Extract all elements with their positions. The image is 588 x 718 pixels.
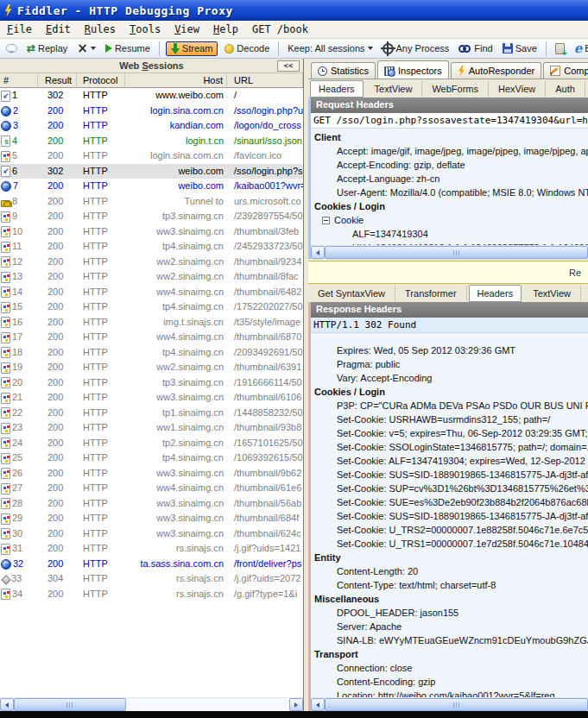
header-line[interactable]: Set-Cookie: SUE=es%3De2eb90f23b884b2f206… (311, 495, 588, 509)
table-row[interactable]: 7 200 HTTP weibo.com /kaibao001?wvr= (0, 179, 303, 194)
menu-item[interactable]: View (168, 22, 206, 37)
table-row[interactable]: 31 200 HTTP rs.sinajs.cn /j.gif?uids=142… (0, 541, 303, 557)
scroll-left-button[interactable] (311, 698, 325, 711)
encoding-notice-bar[interactable]: Re (308, 261, 588, 284)
save-button[interactable]: Save (500, 41, 540, 55)
header-line[interactable]: P3P: CP="CURa ADMa DEVa PSAo PSDo OUR BU… (311, 399, 588, 413)
resume-button[interactable]: Resume (103, 41, 153, 55)
remove-button[interactable]: × (74, 41, 98, 57)
scrollbar-thumb[interactable] (14, 698, 126, 711)
find-button[interactable]: Find (456, 41, 495, 55)
sessions-horizontal-scrollbar[interactable] (0, 697, 303, 711)
table-row[interactable]: 33 304 HTTP rs.sinajs.cn /j.gif?uids=207… (0, 571, 303, 587)
scroll-right-button[interactable] (289, 698, 303, 711)
header-line[interactable]: Set-Cookie: U_TRS2=00000007.1e88258f.504… (311, 523, 588, 537)
table-row[interactable]: 1 302 HTTP www.weibo.com / (0, 88, 303, 104)
response-horizontal-scrollbar[interactable] (311, 697, 588, 711)
table-row[interactable]: 11 200 HTTP tp4.sinaimg.cn /2452933723/5… (0, 239, 303, 255)
browse-button[interactable]: eBr (572, 41, 588, 57)
header-line[interactable]: Content-Encoding: gzip (311, 675, 588, 689)
menu-item[interactable]: GET /book (245, 22, 315, 37)
response-sub-tab[interactable]: TextView (523, 286, 581, 301)
scroll-left-button[interactable] (311, 246, 325, 259)
request-sub-tab[interactable]: HexView (489, 81, 546, 97)
replay-button[interactable]: ⇄Replay (24, 41, 70, 55)
scroll-left-button[interactable] (0, 698, 14, 711)
header-line[interactable]: Set-Cookie: U_TRS1=00000007.1e7d258f.504… (311, 537, 588, 551)
menu-item[interactable]: Rules (78, 22, 123, 37)
header-line[interactable]: Cookies / Login (311, 385, 588, 399)
request-sub-tab[interactable]: TextView (365, 81, 423, 97)
stream-toggle-button[interactable]: Stream (166, 41, 218, 56)
column-header[interactable]: Host (125, 73, 227, 87)
table-row[interactable]: 13 200 HTTP ww2.sinaimg.cn /thumbnail/8f… (0, 269, 303, 285)
response-status-line[interactable]: HTTP/1.1 302 Found (311, 318, 588, 333)
collapse-toggle-icon[interactable] (322, 217, 330, 224)
table-row[interactable]: 25 200 HTTP tp4.sinaimg.cn /1069392615/5… (0, 450, 303, 466)
menu-item[interactable]: Help (206, 22, 245, 37)
remove-dropdown-icon[interactable] (91, 47, 96, 50)
table-row[interactable]: 17 200 HTTP ww4.sinaimg.cn /thumbnail/68… (0, 330, 303, 345)
decode-button[interactable]: Decode (222, 41, 272, 55)
response-sub-tab[interactable]: Get SyntaxView (308, 286, 395, 301)
header-line[interactable]: Accept: image/gif, image/jpeg, image/pjp… (311, 144, 588, 158)
header-line[interactable]: Set-Cookie: USRHAWB=usrmdins312_155; pat… (311, 413, 588, 426)
table-row[interactable]: 30 200 HTTP ww3.sinaimg.cn /thumbnail/62… (0, 526, 303, 542)
header-line[interactable]: Vary: Accept-Encoding (311, 371, 588, 385)
response-sub-tab[interactable]: Headers (469, 285, 522, 302)
table-row[interactable]: 8 200 HTTP Tunnel to urs.microsoft.co (0, 194, 303, 210)
header-line[interactable]: Set-Cookie: ALF=1347419304; expires=Wed,… (311, 454, 588, 468)
any-process-button[interactable]: Any Process (380, 41, 452, 56)
table-row[interactable]: 2 200 HTTP login.sina.com.cn /sso/login.… (0, 104, 303, 119)
header-line[interactable]: Pragma: public (311, 357, 588, 371)
header-line[interactable]: Server: Apache (311, 620, 588, 633)
menu-item[interactable]: Edit (39, 22, 78, 37)
table-row[interactable]: 23 200 HTTP ww1.sinaimg.cn /thumbnail/93… (0, 420, 303, 436)
column-header[interactable]: # (0, 73, 38, 87)
table-row[interactable]: 15 200 HTTP tp4.sinaimg.cn /1752202027/5… (0, 299, 303, 315)
scrollbar-thumb[interactable] (325, 698, 588, 711)
request-line[interactable]: GET /sso/login.php?ssosavestate=13474193… (311, 113, 588, 129)
inspector-tab[interactable]: Inspectors (377, 60, 449, 79)
table-row[interactable]: 19 200 HTTP ww2.sinaimg.cn /thumbnail/63… (0, 360, 303, 375)
table-row[interactable]: 34 200 HTTP rs.sinajs.cn /g.gif?type=1&i (0, 587, 303, 602)
table-row[interactable]: 5 200 HTTP login.sina.com.cn /favicon.ic… (0, 148, 303, 164)
table-row[interactable]: 14 200 HTTP ww4.sinaimg.cn /thumbnail/64… (0, 285, 303, 300)
inspector-tab[interactable]: Statistics (311, 62, 376, 79)
response-sub-tab[interactable]: Transformer (395, 286, 467, 301)
header-line[interactable]: Transport (311, 647, 588, 661)
header-line[interactable]: Content-Length: 20 (311, 564, 588, 578)
header-line[interactable]: ALF=1347419304 (311, 227, 588, 241)
inspector-tab[interactable]: AutoResponder (451, 62, 541, 79)
header-line[interactable]: Client (311, 130, 588, 144)
collapse-panel-button[interactable]: << (277, 60, 300, 72)
header-line[interactable]: Set-Cookie: SUS=SID-1889019865-134681577… (311, 509, 588, 523)
header-line[interactable]: Cookie (311, 213, 588, 227)
header-line[interactable]: SINA-LB: eWYyMTEuaGEueWZncm91cDEuYmoubG9… (311, 633, 588, 647)
header-line[interactable]: Set-Cookie: SSOLoginState=1346815775; pa… (311, 440, 588, 454)
header-line[interactable]: Entity (311, 551, 588, 564)
column-header[interactable]: Protocol (77, 73, 125, 87)
header-line[interactable]: Expires: Wed, 05 Sep 2012 03:29:36 GMT (311, 343, 588, 357)
request-horizontal-scrollbar[interactable] (311, 245, 588, 259)
header-line[interactable]: Accept-Encoding: gzip, deflate (311, 158, 588, 172)
table-row[interactable]: 20 200 HTTP tp3.sinaimg.cn /1916666114/5… (0, 375, 303, 391)
header-line[interactable]: DPOOL_HEADER: jason155 (311, 606, 588, 620)
header-line[interactable]: Set-Cookie: SUS=SID-1889019865-134681577… (311, 468, 588, 482)
keep-sessions-dropdown[interactable]: Keep: All sessions (285, 41, 375, 55)
response-sub-tab[interactable]: Im (581, 286, 588, 301)
inspector-tab[interactable]: Comp (543, 62, 588, 79)
header-line[interactable]: Location: http://weibo.com/kaibao001?wvr… (311, 689, 588, 697)
table-row[interactable]: 22 200 HTTP tp1.sinaimg.cn /1448858232/5… (0, 406, 303, 421)
table-row[interactable]: 21 200 HTTP ww3.sinaimg.cn /thumbnail/61… (0, 390, 303, 406)
table-row[interactable]: 12 200 HTTP ww2.sinaimg.cn /thumbnail/92… (0, 255, 303, 270)
table-row[interactable]: 24 200 HTTP tp2.sinaimg.cn /1657101625/5… (0, 436, 303, 451)
header-line[interactable]: Connection: close (311, 661, 588, 675)
table-row[interactable]: 28 200 HTTP ww3.sinaimg.cn /thumbnail/56… (0, 496, 303, 512)
table-row[interactable]: 29 200 HTTP ww3.sinaimg.cn /thumbnail/68… (0, 511, 303, 526)
header-line[interactable]: Content-Type: text/html; charset=utf-8 (311, 578, 588, 592)
table-row[interactable]: 3 200 HTTP kandian.com /logon/do_cross (0, 118, 303, 134)
table-row[interactable]: 27 200 HTTP ww4.sinaimg.cn /thumbnail/61… (0, 481, 303, 496)
menu-item[interactable]: File (0, 22, 39, 37)
table-row[interactable]: 4 200 HTTP login.t.cn /sinaurl/sso.json (0, 134, 303, 149)
